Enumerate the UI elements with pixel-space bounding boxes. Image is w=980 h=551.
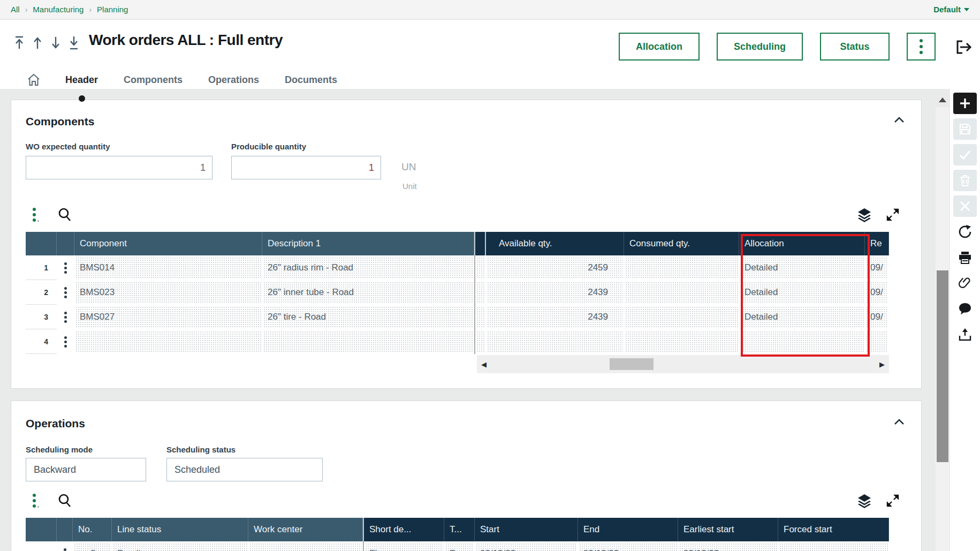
- more-actions-button[interactable]: [907, 33, 936, 61]
- cell-no[interactable]: 5: [73, 541, 112, 551]
- producible-qty-field[interactable]: 1: [231, 156, 381, 179]
- refresh-button[interactable]: [953, 221, 977, 243]
- print-button[interactable]: [953, 247, 977, 268]
- cell-required-date[interactable]: [865, 329, 889, 354]
- status-button[interactable]: Status: [820, 33, 890, 61]
- row-menu[interactable]: [57, 255, 74, 280]
- row-menu[interactable]: [57, 541, 73, 551]
- grid-menu-icon[interactable]: [32, 207, 39, 222]
- tab-components[interactable]: Components: [123, 72, 184, 88]
- col-header-component[interactable]: Component: [74, 232, 262, 255]
- vertical-scroll-thumb[interactable]: [937, 270, 948, 462]
- cell-start[interactable]: 09/12/22: [475, 541, 578, 551]
- row-number[interactable]: 4: [26, 329, 57, 354]
- cell-consumed-qty[interactable]: [624, 280, 739, 305]
- cell-available-qty[interactable]: 2439: [486, 280, 624, 305]
- expand-icon[interactable]: [886, 208, 900, 222]
- row-menu[interactable]: [57, 305, 74, 329]
- cell-required-date[interactable]: 09/: [865, 305, 889, 329]
- col-header-consumed-qty[interactable]: Consumed qty.: [624, 232, 739, 255]
- row-number[interactable]: 2: [26, 280, 57, 305]
- scheduling-mode-field[interactable]: Backward: [26, 458, 146, 481]
- horizontal-scroll-track[interactable]: [491, 355, 875, 373]
- exit-icon[interactable]: [955, 39, 974, 55]
- horizontal-scroll-thumb[interactable]: [610, 358, 654, 370]
- tab-operations[interactable]: Operations: [207, 72, 260, 88]
- scheduling-status-field[interactable]: Scheduled: [166, 458, 323, 481]
- scroll-right-icon[interactable]: ▶: [875, 360, 889, 368]
- cell-consumed-qty[interactable]: [624, 305, 739, 329]
- previous-record-icon[interactable]: [31, 35, 44, 51]
- col-header-allocation[interactable]: Allocation: [739, 232, 865, 255]
- new-record-button[interactable]: [953, 93, 977, 114]
- collapse-components-icon[interactable]: [893, 116, 905, 124]
- cell-consumed-qty[interactable]: [624, 329, 739, 354]
- col-header-end[interactable]: End: [578, 518, 678, 541]
- cell-required-date[interactable]: 09/: [865, 255, 889, 280]
- cell-allocation[interactable]: Detailed: [739, 255, 865, 280]
- col-header-description[interactable]: Description 1: [262, 232, 474, 255]
- col-header-short-desc[interactable]: Short de...: [363, 518, 444, 541]
- cell-forced-start[interactable]: [778, 541, 889, 551]
- col-header-no[interactable]: No.: [73, 518, 112, 541]
- cell-line-status[interactable]: Pending: [112, 541, 248, 551]
- cell-end[interactable]: 09/12/22: [578, 541, 678, 551]
- expand-icon[interactable]: [886, 494, 900, 508]
- row-menu[interactable]: [57, 329, 74, 354]
- cell-earliest-start[interactable]: 09/12/22: [678, 541, 778, 551]
- row-number[interactable]: 3: [26, 305, 57, 329]
- cell-consumed-qty[interactable]: [624, 255, 739, 280]
- search-icon[interactable]: [57, 207, 72, 222]
- cell-type[interactable]: P: [444, 541, 475, 551]
- cell-allocation[interactable]: Detailed: [739, 305, 865, 329]
- cell-component[interactable]: BMS023: [74, 280, 262, 305]
- tab-header[interactable]: Header: [64, 72, 99, 88]
- cell-available-qty[interactable]: 2459: [486, 255, 624, 280]
- cell-required-date[interactable]: 09/: [865, 280, 889, 305]
- cell-available-qty[interactable]: [486, 329, 624, 354]
- cell-component[interactable]: BMS014: [74, 255, 262, 280]
- cell-component[interactable]: BMS027: [74, 305, 262, 329]
- breadcrumb-planning[interactable]: Planning: [97, 5, 128, 14]
- vertical-scrollbar[interactable]: [936, 92, 949, 551]
- breadcrumb-all[interactable]: All: [11, 5, 20, 14]
- col-header-line-status[interactable]: Line status: [112, 518, 248, 541]
- cell-description[interactable]: [262, 329, 474, 354]
- cell-description[interactable]: 26" tire - Road: [262, 305, 474, 329]
- col-header-forced-start[interactable]: Forced start: [778, 518, 889, 541]
- cell-description[interactable]: 26" radius rim - Road: [262, 255, 474, 280]
- row-number[interactable]: 1: [26, 255, 57, 280]
- col-header-type[interactable]: T...: [444, 518, 475, 541]
- row-number[interactable]: [26, 541, 57, 551]
- allocation-button[interactable]: Allocation: [619, 33, 700, 61]
- cell-allocation[interactable]: [739, 329, 865, 354]
- search-icon[interactable]: [57, 493, 72, 508]
- collapse-operations-icon[interactable]: [893, 418, 905, 426]
- cell-description[interactable]: 26" inner tube - Road: [262, 280, 474, 305]
- layers-icon[interactable]: [857, 493, 872, 508]
- col-header-earliest-start[interactable]: Earliest start: [678, 518, 778, 541]
- cell-work-center[interactable]: [248, 541, 363, 551]
- cell-component[interactable]: [74, 329, 262, 354]
- profile-dropdown[interactable]: Default: [933, 5, 969, 14]
- tab-documents[interactable]: Documents: [284, 72, 338, 88]
- home-icon[interactable]: [27, 73, 41, 87]
- col-header-work-center[interactable]: Work center: [248, 518, 363, 541]
- export-icon[interactable]: [953, 324, 977, 345]
- cell-allocation[interactable]: Detailed: [739, 280, 865, 305]
- next-record-icon[interactable]: [49, 35, 62, 51]
- breadcrumb-manufacturing[interactable]: Manufacturing: [33, 5, 83, 14]
- cell-available-qty[interactable]: 2439: [486, 305, 624, 329]
- grid-menu-icon[interactable]: [32, 493, 39, 508]
- col-header-available-qty[interactable]: Available qty.: [486, 232, 624, 255]
- scroll-up-icon[interactable]: [936, 92, 949, 107]
- scheduling-button[interactable]: Scheduling: [717, 33, 803, 61]
- col-header-required[interactable]: Re: [865, 232, 889, 255]
- row-menu[interactable]: [57, 280, 74, 305]
- attachment-icon[interactable]: [953, 273, 977, 294]
- layers-icon[interactable]: [857, 207, 872, 222]
- last-record-icon[interactable]: [67, 35, 80, 51]
- comment-icon[interactable]: [953, 298, 977, 320]
- cell-short-desc[interactable]: Fl: [363, 541, 444, 551]
- wo-expected-qty-field[interactable]: 1: [26, 156, 212, 179]
